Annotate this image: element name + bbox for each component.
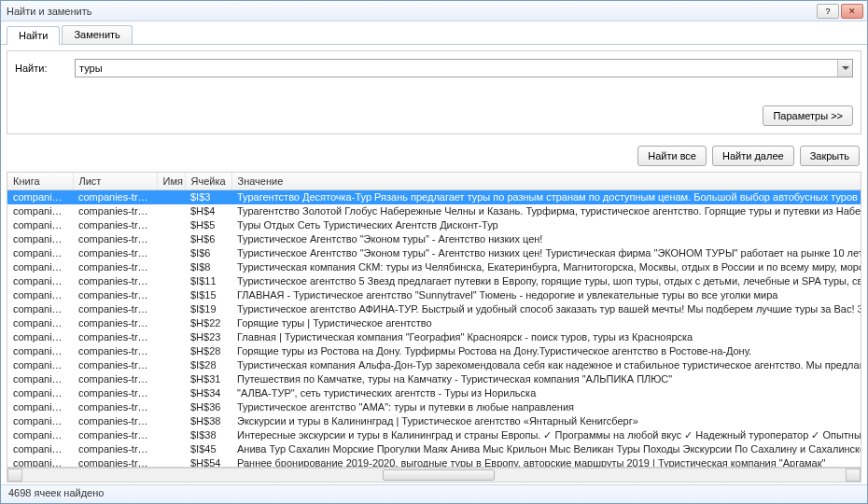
table-row[interactable]: companies...companies-trav...$H$28Горящи…	[7, 344, 861, 358]
find-label: Найти:	[15, 63, 67, 74]
table-row[interactable]: companies...companies-trav...$H$54Раннее…	[7, 456, 861, 469]
status-text: 4698 ячеек найдено	[8, 487, 104, 498]
cell-cell: $H$5	[185, 218, 231, 232]
table-row[interactable]: companies...companies-trav...$H$22Горящи…	[7, 316, 861, 330]
cell-cell: $H$36	[185, 400, 231, 414]
window-title: Найти и заменить	[5, 6, 817, 17]
col-header-cell[interactable]: Ячейка	[185, 173, 231, 189]
scroll-left-arrow[interactable]	[7, 469, 22, 482]
table-row[interactable]: companies...companies-trav...$I$8Туристи…	[7, 260, 861, 274]
cell-sheet: companies-trav...	[73, 428, 157, 442]
cell-value: Путешествия по Камчатке, туры на Камчатк…	[231, 372, 861, 386]
cell-sheet: companies-trav...	[73, 316, 157, 330]
cell-sheet: companies-trav...	[73, 330, 157, 344]
cell-name	[157, 386, 185, 400]
table-row[interactable]: companies...companies-trav...$H$38Экскур…	[7, 414, 861, 428]
cell-value: ГЛАВНАЯ - Туристическое агентство "Sunny…	[231, 288, 861, 302]
find-input[interactable]	[76, 60, 837, 77]
cell-cell: $H$22	[185, 316, 231, 330]
find-next-button[interactable]: Найти далее	[712, 146, 794, 166]
cell-sheet: companies-trav...	[73, 189, 157, 204]
grid-header-row: Книга Лист Имя Ячейка Значение	[7, 173, 861, 189]
cell-value: Интересные экскурсии и туры в Калинингра…	[231, 428, 861, 442]
cell-sheet: companies-trav...	[73, 218, 157, 232]
cell-book: companies...	[7, 274, 73, 288]
cell-value: Горящие туры из Ростова на Дону. Турфирм…	[231, 344, 861, 358]
cell-value: Экскурсии и туры в Калининград | Туристи…	[231, 414, 861, 428]
col-header-value[interactable]: Значение	[231, 173, 861, 189]
table-row[interactable]: companies...companies-trav...$I$6Туристи…	[7, 246, 861, 260]
table-row[interactable]: companies...companies-trav...$I$28Турист…	[7, 358, 861, 372]
cell-book: companies...	[7, 316, 73, 330]
scroll-right-arrow[interactable]	[846, 469, 861, 482]
cell-book: companies...	[7, 456, 73, 469]
table-row[interactable]: companies...companies-trav...$I$15ГЛАВНА…	[7, 288, 861, 302]
cell-sheet: companies-trav...	[73, 260, 157, 274]
col-header-sheet[interactable]: Лист	[73, 173, 157, 189]
cell-cell: $H$38	[185, 414, 231, 428]
cell-name	[157, 344, 185, 358]
tab-replace[interactable]: Заменить	[62, 25, 132, 44]
close-button[interactable]: Закрыть	[800, 146, 860, 166]
cell-sheet: companies-trav...	[73, 372, 157, 386]
table-row[interactable]: companies...companies-trav...$H$6Туристи…	[7, 232, 861, 246]
cell-value: Туристическое агентство 5 Звезд предлага…	[231, 274, 861, 288]
table-row[interactable]: companies...companies-trav...$I$45Анива …	[7, 442, 861, 456]
table-row[interactable]: companies...companies-trav...$H$4Тураген…	[7, 204, 861, 218]
cell-value: Главная | Туристическая компания "Геогра…	[231, 330, 861, 344]
cell-name	[157, 302, 185, 316]
cell-book: companies...	[7, 288, 73, 302]
table-row[interactable]: companies...companies-trav...$H$23Главна…	[7, 330, 861, 344]
tab-find[interactable]: Найти	[7, 26, 60, 45]
table-row[interactable]: companies...companies-trav...$I$38Интере…	[7, 428, 861, 442]
find-dropdown-button[interactable]	[837, 60, 852, 77]
cell-value: Турагентство Золотой Глобус Набережные Ч…	[231, 204, 861, 218]
search-row: Найти:	[15, 59, 853, 77]
cell-cell: $I$3	[185, 189, 231, 204]
col-header-name[interactable]: Имя	[157, 173, 185, 189]
window-controls: ? ✕	[817, 4, 863, 19]
cell-name	[157, 232, 185, 246]
cell-value: Раннее бронирование 2019-2020, выгодные …	[231, 456, 861, 469]
help-button[interactable]: ?	[817, 4, 839, 19]
cell-book: companies...	[7, 386, 73, 400]
cell-cell: $H$31	[185, 372, 231, 386]
params-row: Параметры >>	[15, 105, 853, 126]
table-row[interactable]: companies...companies-trav...$H$36Турист…	[7, 400, 861, 414]
col-header-book[interactable]: Книга	[7, 173, 73, 189]
cell-sheet: companies-trav...	[73, 232, 157, 246]
cell-book: companies...	[7, 344, 73, 358]
cell-cell: $H$54	[185, 456, 231, 469]
cell-sheet: companies-trav...	[73, 456, 157, 469]
horizontal-scrollbar[interactable]	[7, 468, 861, 483]
tab-strip: Найти Заменить	[1, 21, 867, 45]
cell-sheet: companies-trav...	[73, 274, 157, 288]
cell-book: companies...	[7, 204, 73, 218]
status-bar: 4698 ячеек найдено	[1, 484, 867, 503]
cell-name	[157, 400, 185, 414]
cell-sheet: companies-trav...	[73, 288, 157, 302]
table-row[interactable]: companies...companies-trav...$H$5Туры От…	[7, 218, 861, 232]
cell-sheet: companies-trav...	[73, 414, 157, 428]
scroll-thumb[interactable]	[383, 469, 495, 481]
cell-book: companies...	[7, 246, 73, 260]
cell-book: companies...	[7, 260, 73, 274]
cell-name	[157, 442, 185, 456]
table-row[interactable]: companies...companies-trav...$I$11Турист…	[7, 274, 861, 288]
cell-sheet: companies-trav...	[73, 442, 157, 456]
cell-value: "АЛВА-ТУР", сеть туристических агентств …	[231, 386, 861, 400]
cell-book: companies...	[7, 414, 73, 428]
table-row[interactable]: companies...companies-trav...$I$19Турист…	[7, 302, 861, 316]
table-row[interactable]: companies...companies-trav...$I$3Тураген…	[7, 189, 861, 204]
find-combo[interactable]	[75, 59, 853, 77]
close-window-button[interactable]: ✕	[841, 4, 863, 19]
table-row[interactable]: companies...companies-trav...$H$31Путеше…	[7, 372, 861, 386]
params-button[interactable]: Параметры >>	[763, 105, 853, 126]
table-row[interactable]: companies...companies-trav...$H$34"АЛВА-…	[7, 386, 861, 400]
cell-value: Туристическое агентство "АМА": туры и пу…	[231, 400, 861, 414]
cell-sheet: companies-trav...	[73, 246, 157, 260]
cell-book: companies...	[7, 330, 73, 344]
results-grid[interactable]: Книга Лист Имя Ячейка Значение companies…	[7, 172, 861, 468]
find-all-button[interactable]: Найти все	[637, 146, 707, 166]
dialog-window: Найти и заменить ? ✕ Найти Заменить Найт…	[0, 0, 868, 504]
